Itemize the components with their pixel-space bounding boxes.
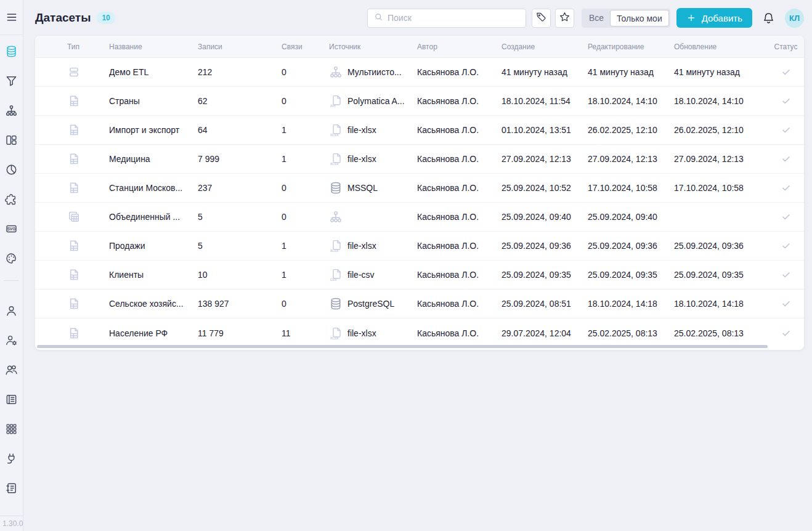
sidebar-item-dashboards[interactable] [4,132,19,147]
status-check-icon [768,182,804,193]
status-check-icon [768,240,804,251]
sidebar-item-user-settings[interactable] [4,333,19,347]
dataset-type-file-icon [35,239,109,253]
sidebar-item-modules[interactable] [4,421,19,436]
svg-text:XLSX: XLSX [330,133,339,137]
dataset-name: Объединенный ... [109,212,198,222]
status-check-icon [768,328,804,339]
sidebar-item-plugins[interactable] [4,192,19,206]
tags-filter-button[interactable] [532,9,551,28]
created-date: 25.09.2024, 09:40 [501,212,588,222]
created-date: 27.09.2024, 12:13 [501,154,588,164]
table-row[interactable]: Сельское хозяйс...138 9270PostgreSQLКась… [35,290,804,318]
user-avatar[interactable]: КЛ [785,9,804,28]
table-row[interactable]: Станции Москов...2370MSSQLКасьянова Л.О.… [35,174,804,203]
sidebar-item-profile[interactable] [4,303,19,318]
status-check-icon [768,269,804,280]
links-count: 1 [282,125,329,135]
source-cell: APIPolymatica A... [329,94,417,108]
updated-date: 25.09.2024, 09:35 [674,270,768,280]
svg-badge-icon: SVG [5,222,18,235]
dataset-type-combined-icon [35,210,109,224]
layout-icon [5,134,18,147]
sidebar-item-logs[interactable] [4,480,19,495]
sidebar-item-svg-editor[interactable]: SVG [4,221,19,236]
table-row[interactable]: Импорт и экспорт641XLSXfile-xlsxКасьянов… [35,116,804,145]
puzzle-icon [5,193,18,206]
favorites-filter-button[interactable] [555,9,574,28]
database-icon [5,45,18,58]
app-version: 1.30.0 [0,516,23,531]
table-row[interactable]: Продажи51XLSXfile-xlsxКасьянова Л.О.25.0… [35,232,804,261]
author: Касьянова Л.О. [417,299,501,309]
dataset-type-file-icon [35,297,109,310]
source-cell: XLSXfile-xlsx [329,123,417,137]
created-date: 25.09.2024, 08:51 [501,299,588,309]
sidebar-item-filters[interactable] [4,73,19,88]
created-date: 18.10.2024, 11:54 [501,96,588,106]
table-row[interactable]: Медицина7 9991XLSXfile-xlsxКасьянова Л.О… [35,145,804,174]
sidebar-item-connections[interactable] [4,451,19,466]
hamburger-menu-button[interactable] [4,10,19,25]
sidebar-item-datasets[interactable] [4,44,19,59]
edited-date: 18.10.2024, 14:18 [588,299,674,309]
search-input[interactable] [388,13,519,23]
horizontal-scrollbar-thumb[interactable] [37,345,768,348]
sidebar-item-journal[interactable] [4,392,19,407]
source-label: MSSQL [347,183,378,193]
records-count: 10 [198,270,282,280]
file-api-icon: API [329,94,343,108]
records-count: 62 [198,96,282,106]
created-date: 25.09.2024, 09:35 [501,270,588,280]
updated-date: 25.09.2024, 09:36 [674,241,768,251]
file-xlsx-icon: XLSX [329,239,343,253]
created-date: 29.07.2024, 12:04 [501,328,588,338]
star-icon [559,11,570,25]
records-count: 5 [198,241,282,251]
column-header-7: Создание [501,43,588,51]
edited-date: 25.09.2024, 09:36 [588,241,674,251]
table-row[interactable]: Население РФ11 77911XLSXfile-xlsxКасьяно… [35,318,804,347]
dataset-name: Население РФ [109,328,198,338]
funnel-icon [5,75,18,87]
source-label: file-xlsx [347,328,376,338]
records-count: 237 [198,183,282,193]
updated-date: 41 минуту назад [674,67,768,77]
column-header-4: Связи [282,43,329,51]
links-count: 0 [282,183,329,193]
sidebar-item-palette[interactable] [4,251,19,266]
table-row[interactable]: Демо ETL2120Мультиисто...Касьянова Л.О.4… [35,58,804,87]
author: Касьянова Л.О. [417,125,501,135]
toggle-only-mine[interactable]: Только мои [610,10,669,26]
edited-date: 26.02.2025, 12:10 [588,125,674,135]
sidebar-item-groups[interactable] [4,362,19,377]
toggle-all[interactable]: Все [583,10,610,26]
file-csv-icon: CSV [329,268,343,282]
status-check-icon [768,298,804,309]
links-count: 0 [282,67,329,77]
sidebar-item-charts[interactable] [4,162,19,177]
dataset-type-file-icon [35,181,109,195]
source-cell: MSSQL [329,181,417,195]
updated-date: 18.10.2024, 14:18 [674,299,768,309]
table-row[interactable]: Объединенный ...50Касьянова Л.О.25.09.20… [35,203,804,232]
table-row[interactable]: Клиенты101CSVfile-csvКасьянова Л.О.25.09… [35,261,804,290]
column-header-1: Тип [35,43,109,51]
dataset-type-file-icon [35,94,109,108]
add-dataset-button[interactable]: Добавить [676,8,752,28]
file-xlsx-icon: XLSX [329,123,343,137]
source-label: file-xlsx [347,154,376,164]
svg-text:SVG: SVG [7,227,15,231]
table-row[interactable]: Страны620APIPolymatica A...Касьянова Л.О… [35,87,804,116]
links-count: 1 [282,241,329,251]
status-check-icon [768,124,804,136]
sidebar-header [0,0,23,35]
source-label: Мультиисто... [347,67,402,77]
links-count: 0 [282,299,329,309]
multisource-icon [329,65,343,79]
database-source-icon [329,297,343,310]
column-header-2: Название [109,43,198,51]
dataset-type-file-icon [35,152,109,166]
sidebar-item-etl[interactable] [4,103,19,118]
notifications-button[interactable] [762,12,775,25]
